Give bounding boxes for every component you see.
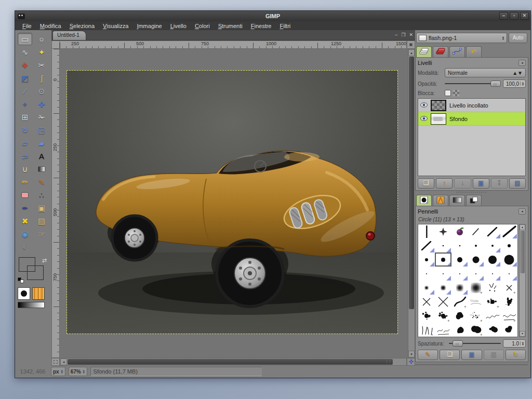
lock-alpha-icon[interactable]	[453, 90, 459, 96]
tool-bucket-fill[interactable]: ∪	[18, 163, 32, 175]
brush-cell[interactable]: +	[501, 309, 517, 323]
brush-cell[interactable]	[484, 323, 501, 337]
brush-scrollbar[interactable]: ▴ ▾	[519, 224, 526, 337]
tool-perspective-clone[interactable]: ▨	[34, 215, 49, 227]
brush-cell[interactable]	[468, 252, 485, 267]
tool-ink[interactable]: ✒	[18, 202, 32, 214]
brush-cell[interactable]	[435, 252, 451, 267]
vertical-scrollbar[interactable]: ▴ ▾	[408, 49, 415, 358]
scroll-down-icon[interactable]: ▾	[408, 351, 415, 357]
tool-rectangle-select[interactable]: ▭	[18, 33, 32, 45]
menu-immagine[interactable]: Immagine	[132, 22, 166, 30]
canvas-area[interactable]	[60, 49, 408, 358]
brush-cell[interactable]	[451, 267, 468, 281]
auto-follow-button[interactable]: Auto	[509, 33, 527, 43]
brush-cell[interactable]: +	[468, 309, 485, 323]
menu-strumenti[interactable]: Strumenti	[214, 22, 247, 30]
brush-cell[interactable]	[484, 252, 501, 267]
image-selector[interactable]: flash.png-1 ▲▼	[416, 33, 507, 43]
brush-scroll-down-icon[interactable]: ▾	[520, 331, 525, 337]
minimize-button[interactable]: –	[499, 12, 508, 20]
brush-cell[interactable]	[435, 238, 451, 252]
tool-color-picker[interactable]: ∕	[18, 85, 32, 97]
layer-row[interactable]: Sfondo	[418, 112, 525, 126]
menu-seleziona[interactable]: Seleziona	[65, 22, 99, 30]
zoom-fit-toggle-button[interactable]: ▣	[407, 41, 415, 49]
brush-cell[interactable]	[418, 295, 435, 309]
menu-modifica[interactable]: Modifica	[36, 22, 65, 30]
edit-brush-button[interactable]: ✎	[418, 350, 438, 360]
new-layer-button[interactable]: ❏	[418, 178, 434, 189]
zoom-select[interactable]: 67% ▲▼	[69, 367, 87, 376]
maximize-button[interactable]: ▫	[510, 12, 518, 20]
menu-filtri[interactable]: Filtri	[276, 22, 295, 30]
tool-foreground-select[interactable]: ◩	[18, 72, 32, 84]
brush-cell[interactable]: +	[484, 295, 501, 309]
tool-airbrush[interactable]: ∴	[34, 189, 49, 201]
scroll-up-icon[interactable]: ▴	[408, 49, 415, 56]
brush-cell[interactable]	[451, 238, 468, 252]
tab-undo-history[interactable]: ↶	[466, 46, 482, 57]
image-minimize-icon[interactable]: –	[395, 32, 397, 38]
tool-heal[interactable]: ✖	[18, 215, 32, 227]
brush-cell[interactable]	[501, 252, 517, 267]
brush-cell[interactable]	[484, 281, 501, 295]
brush-cell[interactable]	[451, 309, 468, 323]
tool-ellipse-select[interactable]: ○	[34, 33, 49, 45]
tool-perspective[interactable]: ▰	[34, 137, 49, 149]
brush-cell[interactable]	[435, 295, 451, 309]
brush-cell[interactable]	[501, 224, 517, 238]
tab-patterns[interactable]	[433, 195, 448, 206]
tool-move[interactable]: ✜	[34, 98, 49, 110]
tool-paintbrush[interactable]: ✎	[34, 176, 49, 188]
tool-scale[interactable]: ◳	[34, 124, 49, 136]
tool-crop[interactable]: ✁	[34, 111, 49, 123]
image-tab[interactable]: Untitled-1	[52, 31, 86, 40]
opacity-slider[interactable]	[445, 80, 501, 87]
brush-cell[interactable]	[501, 267, 517, 281]
layer-row[interactable]: Livello incollato	[418, 99, 525, 112]
brush-cell[interactable]	[435, 224, 451, 238]
canvas-image[interactable]	[67, 71, 397, 334]
brush-scroll-up-icon[interactable]: ▴	[520, 224, 525, 230]
spacing-spinbox[interactable]: 1.0 ▲▼	[503, 339, 526, 348]
swap-colors-icon[interactable]: ⇄	[42, 257, 47, 264]
menu-file[interactable]: File	[18, 22, 36, 30]
panel-menu-icon[interactable]: ◂	[518, 60, 526, 66]
image-selector-arrows-icon[interactable]: ▲▼	[502, 36, 504, 40]
tool-select-by-color[interactable]: ❖	[18, 59, 32, 71]
raise-layer-button[interactable]: ↑	[436, 178, 453, 189]
new-brush-button[interactable]: ❏	[440, 350, 460, 360]
active-pattern-indicator[interactable]	[32, 287, 45, 300]
brush-cell[interactable]	[484, 224, 501, 238]
brush-cell[interactable]	[435, 323, 451, 337]
menu-livello[interactable]: Livello	[166, 22, 191, 30]
active-brush-indicator[interactable]	[18, 287, 30, 300]
brush-cell[interactable]: +	[501, 281, 517, 295]
title-bar[interactable]: GIMP – ▫ ✕	[15, 11, 530, 21]
horizontal-scrollbar[interactable]: ◂	[60, 358, 407, 366]
tool-eraser[interactable]	[18, 189, 32, 201]
foreground-color-swatch[interactable]	[19, 257, 35, 272]
tool-zoom[interactable]: ⊙	[34, 85, 49, 97]
brush-cell[interactable]	[484, 238, 501, 252]
tool-gradient[interactable]	[34, 163, 49, 175]
brush-cell[interactable]	[468, 267, 485, 281]
brush-cell[interactable]: +	[418, 323, 435, 337]
horizontal-scroll-thumb[interactable]	[68, 359, 393, 365]
tab-palettes[interactable]	[466, 195, 482, 206]
visibility-eye-icon[interactable]	[420, 116, 428, 122]
brush-cell[interactable]	[451, 252, 468, 267]
delete-layer-button[interactable]: ▤	[509, 178, 526, 189]
refresh-brushes-button[interactable]: ↻	[506, 350, 526, 360]
quick-mask-toggle[interactable]	[51, 358, 60, 366]
tool-measure[interactable]: ⌖	[18, 98, 32, 110]
tool-paths[interactable]: ∫	[34, 72, 49, 84]
brush-cell[interactable]: ©Celtic	[468, 295, 485, 309]
scroll-left-icon[interactable]: ◂	[60, 358, 67, 365]
vertical-ruler[interactable]: 0250500750	[51, 49, 60, 358]
brush-cell[interactable]	[451, 224, 468, 238]
spacing-slider-handle[interactable]	[453, 340, 463, 347]
image-restore-icon[interactable]: ❐	[401, 32, 405, 38]
brush-cell[interactable]: +	[468, 281, 485, 295]
